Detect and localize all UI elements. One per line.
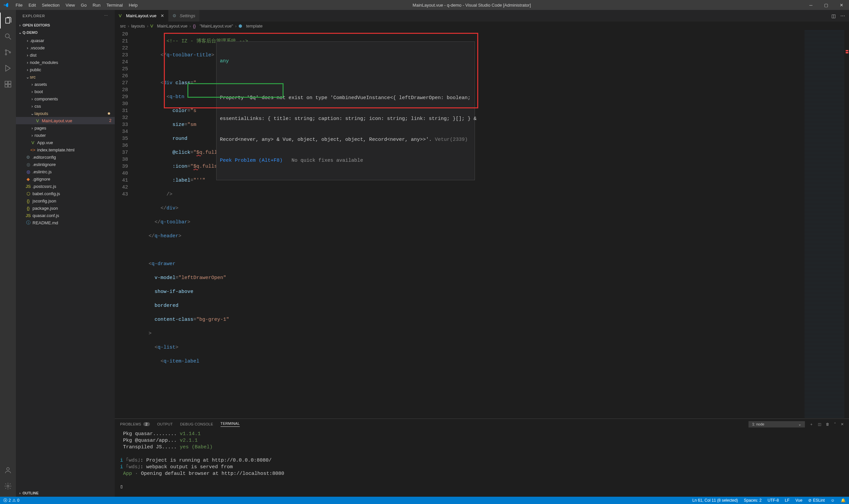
search-icon[interactable] [0,29,16,44]
status-feedback-icon[interactable]: ☺ [831,498,835,503]
gear-icon: ⚙ [172,13,178,18]
file-gitignore[interactable]: ◆.gitignore [16,175,115,183]
status-bell-icon[interactable]: 🔔 [841,498,846,503]
tab-terminal[interactable]: TERMINAL [221,421,240,427]
file-babel[interactable]: ⬡babel.config.js [16,190,115,197]
account-icon[interactable] [0,462,16,478]
file-readme[interactable]: ⓘREADME.md [16,219,115,226]
kill-terminal-icon[interactable]: 🗑 [826,422,829,426]
window-title: MainLayout.vue - q-demo - Visual Studio … [140,3,803,7]
breadcrumb-item[interactable]: layouts [131,23,145,29]
open-editors-section[interactable]: ›OPEN EDITORS [16,21,115,29]
file-eslintignore[interactable]: ◎.eslintignore [16,161,115,168]
file-eslintrc[interactable]: ◎.eslintrc.js [16,168,115,175]
folder-css[interactable]: ›css [16,102,115,110]
menu-run[interactable]: Run [90,1,103,9]
svg-rect-5 [5,85,7,87]
file-package[interactable]: {}package.json [16,204,115,212]
breadcrumb-item[interactable]: V MainLayout.vue [150,23,187,29]
svg-rect-4 [5,81,7,84]
svg-point-9 [7,485,9,487]
vue-file-icon: V [119,13,124,18]
folder-vscode[interactable]: ›.vscode [16,44,115,51]
breadcrumbs[interactable]: src› layouts› V MainLayout.vue› {} "Main… [115,21,849,30]
file-quasarconf[interactable]: JSquasar.conf.js [16,212,115,219]
breadcrumb-item[interactable]: ⬢ template [239,23,263,29]
breadcrumb-item[interactable]: src [120,23,126,29]
folder-quasar[interactable]: ›.quasar [16,37,115,44]
scm-icon[interactable] [0,44,16,60]
hover-tooltip: any Property '$q' does not exist on type… [216,41,475,180]
status-lang[interactable]: Vue [795,498,802,503]
status-eol[interactable]: LF [785,498,789,503]
folder-public[interactable]: ›public [16,66,115,73]
problems-count: 2 [143,422,150,426]
status-position[interactable]: Ln 61, Col 11 (8 selected) [692,498,738,503]
menu-go[interactable]: Go [78,1,89,9]
folder-node-modules[interactable]: ›node_modules [16,59,115,66]
overview-ruler[interactable] [844,30,849,418]
statusbar: ⓧ 2 ⚠ 0 Ln 61, Col 11 (8 selected) Space… [0,497,849,504]
terminal-select[interactable]: 1: node⌄ [748,421,805,428]
code-editor[interactable]: 2021222324252627282930313233343536373839… [115,30,849,418]
folder-boot[interactable]: ›boot [16,88,115,95]
folder-components[interactable]: ›components [16,95,115,102]
close-panel-icon[interactable]: ✕ [841,422,844,427]
svg-point-8 [7,468,9,470]
terminal-output[interactable]: Pkg quasar........ v1.14.1 Pkg @quasar/a… [115,429,849,497]
file-jsconfig[interactable]: {}jsconfig.json [16,197,115,204]
folder-dist[interactable]: ›dist [16,51,115,59]
svg-rect-7 [8,81,11,84]
folder-layouts[interactable]: ⌄layouts [16,110,115,117]
debug-icon[interactable] [0,60,16,76]
file-mainlayout[interactable]: VMainLayout.vue2 [16,117,115,124]
minimize-button[interactable]: ─ [803,0,818,10]
status-errors[interactable]: ⓧ 2 ⚠ 0 [3,498,19,503]
panel: PROBLEMS2 OUTPUT DEBUG CONSOLE TERMINAL … [115,418,849,497]
tab-output[interactable]: OUTPUT [157,422,173,426]
split-terminal-icon[interactable]: ◫ [818,422,821,427]
svg-point-1 [5,50,7,51]
tab-mainlayout[interactable]: V MainLayout.vue ✕ [115,10,169,21]
file-appvue[interactable]: VApp.vue [16,139,115,146]
peek-problem-link[interactable]: Peek Problem (Alt+F8) [220,158,282,163]
folder-assets[interactable]: ›assets [16,80,115,88]
close-button[interactable]: ✕ [834,0,849,10]
menu-terminal[interactable]: Terminal [104,1,125,9]
folder-src[interactable]: ⌄src [16,73,115,80]
menu-edit[interactable]: Edit [26,1,38,9]
close-icon[interactable]: ✕ [160,13,164,18]
file-indexhtml[interactable]: <>index.template.html [16,146,115,154]
status-encoding[interactable]: UTF-8 [767,498,779,503]
extensions-icon[interactable] [0,76,16,92]
more-icon[interactable]: ⋯ [104,14,108,18]
tab-problems[interactable]: PROBLEMS2 [120,422,150,426]
status-spaces[interactable]: Spaces: 2 [744,498,761,503]
maximize-button[interactable]: ▢ [818,0,834,10]
folder-router[interactable]: ›router [16,131,115,139]
outline-section[interactable]: ›OUTLINE [16,489,115,497]
menu-selection[interactable]: Selection [39,1,62,9]
file-tree: ›.quasar ›.vscode ›dist ›node_modules ›p… [16,36,115,227]
file-postcssrc[interactable]: JS.postcssrc.js [16,183,115,190]
split-editor-icon[interactable]: ◫ [831,13,836,19]
file-editorconfig[interactable]: ⚙.editorconfig [16,154,115,161]
menu-file[interactable]: File [13,1,25,9]
tab-debug[interactable]: DEBUG CONSOLE [180,422,213,426]
more-icon[interactable]: ⋯ [841,13,845,19]
tab-settings[interactable]: ⚙ Settings [169,10,200,21]
menu-help[interactable]: Help [126,1,140,9]
editor-area: V MainLayout.vue ✕ ⚙ Settings ◫ ⋯ src› l… [115,10,849,497]
folder-pages[interactable]: ›pages [16,124,115,131]
breadcrumb-item[interactable]: {} "MainLayout.vue" [193,23,233,29]
gear-icon[interactable] [0,478,16,494]
minimap[interactable] [804,30,844,418]
menu-view[interactable]: View [63,1,77,9]
tabbar: V MainLayout.vue ✕ ⚙ Settings ◫ ⋯ [115,10,849,21]
maximize-panel-icon[interactable]: ˄ [834,422,836,427]
status-eslint[interactable]: ⊘ ESLint [808,498,825,503]
project-section[interactable]: ⌄Q-DEMO [16,29,115,36]
window-controls: ─ ▢ ✕ [803,0,849,10]
new-terminal-icon[interactable]: ＋ [810,422,813,427]
explorer-icon[interactable] [0,13,16,29]
